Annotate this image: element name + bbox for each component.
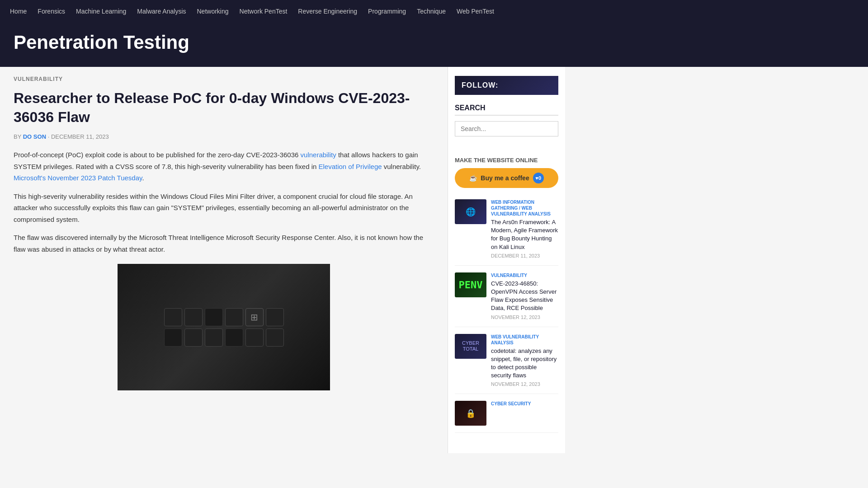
sidebar-article-category-2: VULNERABILITY xyxy=(491,272,558,278)
coffee-icon: ☕ xyxy=(469,174,477,182)
make-online-label: MAKE THE WEBSITE ONLINE xyxy=(455,157,558,164)
thumb-web-icon: 🌐 xyxy=(455,199,486,224)
nav-reverse-engineering[interactable]: Reverse Engineering xyxy=(292,0,363,23)
sidebar-article-date-1: DECEMBER 11, 2023 xyxy=(491,253,558,258)
key-9 xyxy=(225,328,243,347)
search-input[interactable] xyxy=(455,121,558,136)
article-para-2: This high-severity vulnerability resides… xyxy=(14,191,434,225)
buy-coffee-label: Buy me a coffee xyxy=(481,174,529,182)
nav-forensics[interactable]: Forensics xyxy=(32,0,71,23)
sidebar-article-info-2: VULNERABILITY CVE-2023-46850: OpenVPN Ac… xyxy=(491,272,558,320)
link-patch-tuesday[interactable]: Microsoft's November 2023 Patch Tuesday xyxy=(14,174,142,182)
sidebar-article-category-4: CYBER SECURITY xyxy=(491,401,558,407)
author-link[interactable]: DO SON xyxy=(23,133,46,140)
main-nav: Home Forensics Machine Learning Malware … xyxy=(0,0,868,23)
key-4 xyxy=(225,308,243,326)
nav-programming[interactable]: Programming xyxy=(363,0,411,23)
sidebar-article-date-3: NOVEMBER 12, 2023 xyxy=(491,381,558,387)
key-10 xyxy=(245,328,264,347)
thumb-cyber-icon: 🔒 xyxy=(455,401,486,426)
article-para-3: The flaw was discovered internally by th… xyxy=(14,232,434,255)
nav-malware-analysis[interactable]: Malware Analysis xyxy=(132,0,191,23)
key-1 xyxy=(164,308,182,326)
sidebar-article-4[interactable]: 🔒 CYBER SECURITY xyxy=(455,401,558,433)
key-2 xyxy=(184,308,203,326)
sidebar-thumb-1: 🌐 xyxy=(455,199,486,224)
key-5 xyxy=(266,308,284,326)
nav-technique[interactable]: Technique xyxy=(411,0,451,23)
sidebar-article-category-3: WEB VULNERABILITY ANALYSIS xyxy=(491,334,558,346)
article-meta: BY DO SON · DECEMBER 11, 2023 xyxy=(14,133,434,140)
article-para-1: Proof-of-concept (PoC) exploit code is a… xyxy=(14,149,434,184)
thumb-pen-icon: PENV xyxy=(455,272,486,297)
nav-home[interactable]: Home xyxy=(5,0,32,23)
key-11 xyxy=(266,328,284,347)
sidebar-article-1[interactable]: 🌐 WEB INFORMATION GATHERING / WEB VULNER… xyxy=(455,199,558,266)
search-section: SEARCH xyxy=(455,104,558,145)
nav-networking[interactable]: Networking xyxy=(192,0,234,23)
site-title: Penetration Testing xyxy=(14,32,854,53)
sidebar-thumb-3: CYBER TOTAL xyxy=(455,334,486,359)
sidebar-article-category-1: WEB INFORMATION GATHERING / WEB VULNERAB… xyxy=(491,199,558,217)
follow-bar: FOLLOW: xyxy=(455,76,558,95)
thumb-code-icon: CYBER TOTAL xyxy=(455,334,486,359)
sidebar-article-2[interactable]: PENV VULNERABILITY CVE-2023-46850: OpenV… xyxy=(455,272,558,327)
site-header: Penetration Testing xyxy=(0,23,868,67)
heart-badge: ♥ 0 xyxy=(533,173,544,183)
sidebar-article-info-1: WEB INFORMATION GATHERING / WEB VULNERAB… xyxy=(491,199,558,258)
nav-network-pentest[interactable]: Network PenTest xyxy=(234,0,293,23)
key-6 xyxy=(164,328,182,347)
buy-coffee-button[interactable]: ☕ Buy me a coffee ♥ 0 xyxy=(455,168,558,188)
make-online-section: MAKE THE WEBSITE ONLINE ☕ Buy me a coffe… xyxy=(455,157,558,188)
sidebar-article-title-2: CVE-2023-46850: OpenVPN Access Server Fl… xyxy=(491,280,558,313)
link-elevation[interactable]: Elevation of Privilege xyxy=(318,163,382,170)
article-body: Proof-of-concept (PoC) exploit code is a… xyxy=(14,149,434,255)
article-date: DECEMBER 11, 2023 xyxy=(51,133,109,140)
related-articles: 🌐 WEB INFORMATION GATHERING / WEB VULNER… xyxy=(455,199,558,433)
sidebar-article-3[interactable]: CYBER TOTAL WEB VULNERABILITY ANALYSIS c… xyxy=(455,334,558,394)
keyboard-image: ⊞ xyxy=(118,264,330,390)
article-title: Researcher to Release PoC for 0-day Wind… xyxy=(14,89,434,127)
meta-by: BY xyxy=(14,133,21,140)
sidebar-article-info-4: CYBER SECURITY xyxy=(491,401,558,426)
sidebar: FOLLOW: SEARCH MAKE THE WEBSITE ONLINE ☕… xyxy=(448,67,565,453)
sidebar-article-info-3: WEB VULNERABILITY ANALYSIS codetotal: an… xyxy=(491,334,558,387)
nav-machine-learning[interactable]: Machine Learning xyxy=(71,0,132,23)
heart-count: 0 xyxy=(538,175,541,181)
key-8 xyxy=(205,328,223,347)
sidebar-thumb-2: PENV xyxy=(455,272,486,297)
main-content: VULNERABILITY Researcher to Release PoC … xyxy=(0,67,448,453)
key-3 xyxy=(205,308,223,326)
sidebar-thumb-4: 🔒 xyxy=(455,401,486,426)
article-image: ⊞ xyxy=(118,264,330,390)
search-title: SEARCH xyxy=(455,104,558,116)
article-category: VULNERABILITY xyxy=(14,76,434,82)
sidebar-article-title-3: codetotal: analyzes any snippet, file, o… xyxy=(491,347,558,380)
sidebar-article-title-1: The Ars0n Framework: A Modern, Agile Fra… xyxy=(491,218,558,251)
key-7 xyxy=(184,328,203,347)
link-vulnerability[interactable]: vulnerability xyxy=(301,151,336,159)
sidebar-article-date-2: NOVEMBER 12, 2023 xyxy=(491,314,558,320)
key-windows: ⊞ xyxy=(245,308,264,326)
nav-web-pentest[interactable]: Web PenTest xyxy=(451,0,500,23)
